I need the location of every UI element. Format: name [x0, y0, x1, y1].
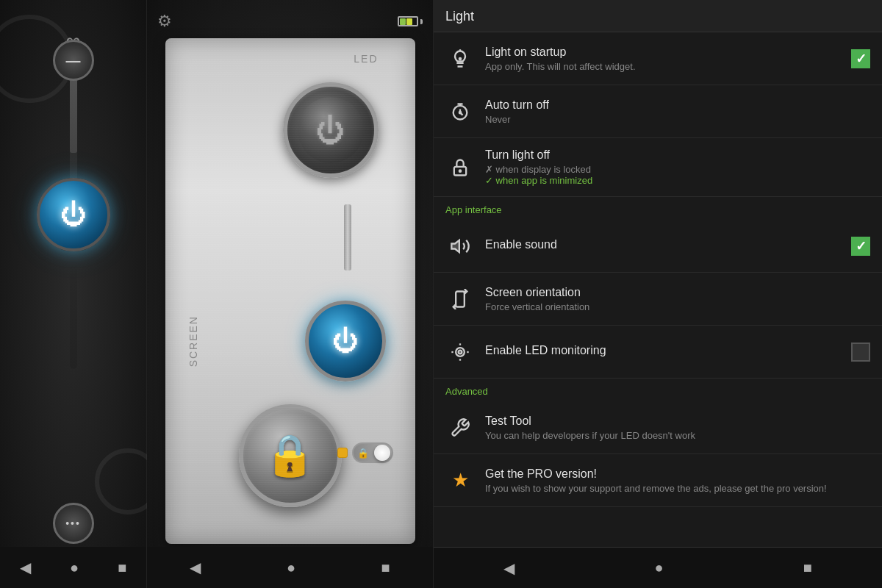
star-icon: ★ [445, 466, 475, 495]
svg-rect-7 [456, 291, 465, 306]
settings-list: Light on startup App only. This will not… [434, 32, 882, 547]
nav-bar-3: ◀ ● ■ [434, 547, 882, 588]
get-pro-content: Get the PRO version! If you wish to show… [485, 467, 870, 494]
battery-body [398, 16, 418, 26]
get-pro-title: Get the PRO version! [485, 467, 870, 481]
section-app-interface: App interface [434, 197, 882, 220]
led-power-button-off[interactable]: ⏻ [283, 82, 379, 178]
settings-item-test-tool[interactable]: Test Tool You can help developers if you… [434, 401, 882, 454]
nav-bar-2: ◀ ● ■ [147, 547, 433, 588]
gear-icon-top[interactable]: ⚙ [157, 12, 172, 31]
test-tool-title: Test Tool [485, 415, 870, 428]
recent-button-1[interactable]: ■ [103, 553, 141, 582]
test-tool-content: Test Tool You can help developers if you… [485, 415, 870, 441]
settings-item-turn-light-off[interactable]: Turn light off ✗ when display is locked … [434, 138, 882, 197]
minus-icon: — [66, 52, 81, 69]
nav-bar-1: ◀ ● ■ [0, 547, 146, 588]
star-symbol: ★ [452, 469, 469, 492]
screen-label: SCREEN [187, 315, 199, 367]
panel3-settings: Light Light on startup App only. This wi… [434, 0, 882, 588]
display-locked-text: ✗ when display is locked [485, 164, 591, 175]
recent-button-2[interactable]: ■ [367, 553, 405, 582]
lock-settings-icon [445, 153, 475, 182]
enable-sound-check-icon: ✓ [856, 240, 867, 253]
auto-turn-off-title: Auto turn off [485, 98, 870, 112]
screen-power-button-on[interactable]: ⏻ [305, 301, 386, 381]
screen-power-icon: ⏻ [332, 326, 359, 356]
svg-point-3 [459, 112, 461, 113]
led-power-inner: ⏻ [298, 97, 364, 163]
lightbulb-icon [445, 44, 475, 74]
toggle-amber-indicator [337, 448, 348, 458]
auto-turn-off-content: Auto turn off Never [485, 98, 870, 125]
app-minimized-text: ✓ when app is minimized [485, 175, 592, 186]
screen-orientation-title: Screen orientation [485, 286, 870, 299]
back-button-2[interactable]: ◀ [175, 553, 215, 582]
led-power-icon-gray: ⏻ [316, 114, 345, 147]
settings-item-auto-turn-off[interactable]: Auto turn off Never [434, 85, 882, 138]
flashlight-main-panel: LED ⏻ SCREEN ⏻ 🔒 🔒 [165, 38, 415, 544]
settings-item-light-on-startup[interactable]: Light on startup App only. This will not… [434, 32, 882, 85]
settings-item-screen-orientation[interactable]: Screen orientation Force vertical orient… [434, 273, 882, 326]
get-pro-subtitle: If you wish to show your support and rem… [485, 483, 870, 494]
brightness-slider-thumb[interactable]: — [53, 40, 94, 81]
light-on-startup-content: Light on startup App only. This will not… [485, 46, 851, 72]
enable-sound-checkbox[interactable]: ✓ [851, 237, 870, 256]
svg-point-1 [459, 57, 461, 59]
settings-header: Light [434, 0, 882, 32]
home-button-1[interactable]: ● [55, 553, 93, 582]
svg-point-15 [459, 350, 462, 354]
back-button-3[interactable]: ◀ [489, 553, 529, 583]
turn-light-off-subtitle: ✗ when display is locked ✓ when app is m… [485, 164, 870, 186]
settings-item-enable-sound[interactable]: Enable sound ✓ [434, 220, 882, 273]
turn-light-off-content: Turn light off ✗ when display is locked … [485, 148, 870, 186]
led-rod [344, 204, 351, 270]
wrench-icon [445, 413, 475, 442]
light-on-startup-title: Light on startup [485, 46, 851, 59]
screen-orientation-content: Screen orientation Force vertical orient… [485, 286, 870, 312]
battery-icon [398, 16, 423, 26]
settings-item-get-pro[interactable]: ★ Get the PRO version! If you wish to sh… [434, 454, 882, 507]
more-dots-icon: ••• [65, 517, 81, 529]
recent-button-3[interactable]: ■ [789, 553, 827, 582]
svg-marker-6 [451, 240, 459, 251]
led-monitoring-checkbox[interactable] [851, 343, 870, 362]
back-button-1[interactable]: ◀ [5, 553, 46, 582]
power-icon-left: ⏻ [60, 199, 87, 230]
timer-icon [445, 97, 475, 126]
panel1: ∞ — ⏻ ••• ◀ ● ■ [0, 0, 147, 588]
led-monitoring-content: Enable LED monitoring [485, 344, 851, 359]
turn-light-off-title: Turn light off [485, 148, 870, 162]
more-options-button[interactable]: ••• [53, 503, 94, 544]
light-on-startup-checkbox[interactable]: ✓ [851, 49, 870, 68]
enable-sound-content: Enable sound [485, 238, 851, 254]
home-button-2[interactable]: ● [272, 553, 310, 582]
lock-button[interactable]: 🔒 [239, 404, 342, 507]
led-label: LED [354, 53, 378, 65]
battery-seg1 [400, 18, 406, 25]
toggle-switch[interactable]: 🔒 [352, 442, 393, 463]
mid-row: SCREEN ⏻ [180, 301, 401, 381]
led-monitoring-title: Enable LED monitoring [485, 344, 851, 357]
battery-tip [420, 19, 423, 24]
settings-title: Light [445, 9, 474, 24]
panel2: ⚙ LED ⏻ SCREEN ⏻ 🔒 [147, 0, 434, 588]
enable-sound-title: Enable sound [485, 238, 851, 251]
toggle-switch-area: 🔒 [337, 442, 393, 463]
screen-orientation-subtitle: Force vertical orientation [485, 301, 870, 312]
rotate-icon [445, 284, 475, 314]
lock-icon: 🔒 [265, 431, 315, 479]
test-tool-subtitle: You can help developers if your LED does… [485, 430, 870, 441]
toggle-lock-icon: 🔒 [357, 448, 369, 459]
power-button-left[interactable]: ⏻ [37, 178, 110, 251]
settings-item-led-monitoring[interactable]: Enable LED monitoring [434, 326, 882, 379]
led-monitor-icon [445, 337, 475, 367]
toggle-knob [374, 445, 390, 461]
home-button-3[interactable]: ● [639, 553, 678, 582]
panel2-topbar: ⚙ [147, 7, 433, 35]
panel1-top: ∞ — ⏻ [51, 29, 96, 369]
check-mark-icon: ✓ [856, 52, 867, 65]
battery-seg2 [406, 18, 412, 25]
sound-icon [445, 232, 475, 261]
section-advanced: Advanced [434, 379, 882, 401]
